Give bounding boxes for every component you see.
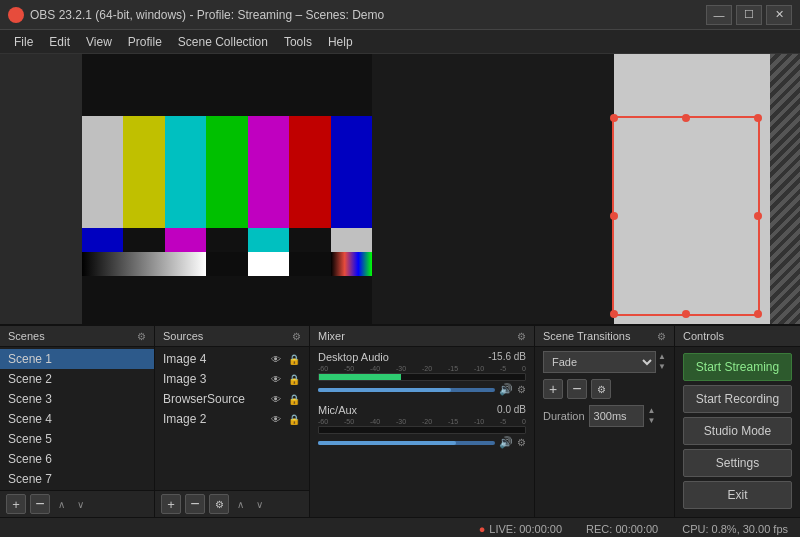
source-item-browser[interactable]: BrowserSource 👁 🔒 xyxy=(155,389,309,409)
mixer-mic-gear-icon[interactable]: ⚙ xyxy=(517,437,526,448)
menu-profile[interactable]: Profile xyxy=(120,33,170,51)
mixer-desktop-volume-fill xyxy=(318,388,451,392)
add-scene-button[interactable]: + xyxy=(6,494,26,514)
start-recording-button[interactable]: Start Recording xyxy=(683,385,792,413)
source-name-browser: BrowserSource xyxy=(163,392,245,406)
menu-edit[interactable]: Edit xyxy=(41,33,78,51)
mixer-mic-volume-fill xyxy=(318,441,456,445)
scene-item-1[interactable]: Scene 1 xyxy=(0,349,154,369)
source-down-button[interactable]: ∨ xyxy=(252,497,267,512)
duration-input[interactable] xyxy=(589,405,644,427)
transition-up-arrow[interactable]: ▲ xyxy=(658,352,666,362)
cb-cyan xyxy=(165,116,206,228)
scene-item-4[interactable]: Scene 4 xyxy=(0,409,154,429)
exit-button[interactable]: Exit xyxy=(683,481,792,509)
handle-tc[interactable] xyxy=(682,114,690,122)
duration-down-arrow[interactable]: ▼ xyxy=(648,416,656,426)
eye-icon-image4[interactable]: 👁 xyxy=(269,352,283,366)
add-transition-button[interactable]: + xyxy=(543,379,563,399)
handle-br[interactable] xyxy=(754,310,762,318)
transition-type-select[interactable]: Fade Cut Swipe xyxy=(543,351,656,373)
handle-bl[interactable] xyxy=(610,310,618,318)
menu-help[interactable]: Help xyxy=(320,33,361,51)
transition-add-remove-row: + − ⚙ xyxy=(543,379,666,399)
lock-icon-image4[interactable]: 🔒 xyxy=(287,352,301,366)
eye-icon-browser[interactable]: 👁 xyxy=(269,392,283,406)
mixer-channel-desktop: Desktop Audio -15.6 dB -60-50-40-30-20-1… xyxy=(318,351,526,396)
source-up-button[interactable]: ∧ xyxy=(233,497,248,512)
cb-bot-black3 xyxy=(289,228,330,252)
settings-button[interactable]: Settings xyxy=(683,449,792,477)
controls-panel: Controls Start Streaming Start Recording… xyxy=(675,326,800,517)
mixer-desktop-mask xyxy=(401,374,525,380)
add-source-button[interactable]: + xyxy=(161,494,181,514)
cb-red xyxy=(289,116,330,228)
source-item-image3[interactable]: Image 3 👁 🔒 xyxy=(155,369,309,389)
colorbar-mid xyxy=(82,228,372,252)
eye-icon-image2[interactable]: 👁 xyxy=(269,412,283,426)
remove-scene-button[interactable]: − xyxy=(30,494,50,514)
eye-icon-image3[interactable]: 👁 xyxy=(269,372,283,386)
scene-down-button[interactable]: ∨ xyxy=(73,497,88,512)
panels: Scenes ⚙ Scene 1 Scene 2 Scene 3 Scene 4… xyxy=(0,324,800,517)
handle-ml[interactable] xyxy=(610,212,618,220)
mixer-channel-mic: Mic/Aux 0.0 dB -60-50-40-30-20-15-10-50 … xyxy=(318,404,526,449)
close-button[interactable]: ✕ xyxy=(766,5,792,25)
scenes-config-icon[interactable]: ⚙ xyxy=(137,331,146,342)
transitions-config-icon[interactable]: ⚙ xyxy=(657,331,666,342)
minimize-button[interactable]: — xyxy=(706,5,732,25)
mixer-config-icon[interactable]: ⚙ xyxy=(517,331,526,342)
transitions-content: Fade Cut Swipe ▲ ▼ + − ⚙ Duration ▲ xyxy=(535,347,674,517)
source-icons-browser: 👁 🔒 xyxy=(269,392,301,406)
duration-up-arrow[interactable]: ▲ xyxy=(648,406,656,416)
remove-transition-button[interactable]: − xyxy=(567,379,587,399)
menu-scene-collection[interactable]: Scene Collection xyxy=(170,33,276,51)
handle-mr[interactable] xyxy=(754,212,762,220)
source-settings-button[interactable]: ⚙ xyxy=(209,494,229,514)
start-streaming-button[interactable]: Start Streaming xyxy=(683,353,792,381)
scene-item-2[interactable]: Scene 2 xyxy=(0,369,154,389)
remove-source-button[interactable]: − xyxy=(185,494,205,514)
scene-item-6[interactable]: Scene 6 xyxy=(0,449,154,469)
source-list: Image 4 👁 🔒 Image 3 👁 🔒 BrowserSource 👁 … xyxy=(155,347,309,490)
source-item-image2[interactable]: Image 2 👁 🔒 xyxy=(155,409,309,429)
mixer-desktop-volume-slider[interactable] xyxy=(318,388,495,392)
source-icons-image3: 👁 🔒 xyxy=(269,372,301,386)
studio-mode-button[interactable]: Studio Mode xyxy=(683,417,792,445)
mixer-mic-slider-row: 🔊 ⚙ xyxy=(318,436,526,449)
sources-config-icon[interactable]: ⚙ xyxy=(292,331,301,342)
scene-item-5[interactable]: Scene 5 xyxy=(0,429,154,449)
mixer-desktop-mute-icon[interactable]: 🔊 xyxy=(499,383,513,396)
transition-arrows: ▲ ▼ xyxy=(658,352,666,371)
menu-view[interactable]: View xyxy=(78,33,120,51)
mixer-mic-label: Mic/Aux xyxy=(318,404,357,416)
cb-gray xyxy=(82,116,123,228)
transition-settings-button[interactable]: ⚙ xyxy=(591,379,611,399)
cb-bot-black xyxy=(123,228,164,252)
mixer-desktop-gear-icon[interactable]: ⚙ xyxy=(517,384,526,395)
lock-icon-browser[interactable]: 🔒 xyxy=(287,392,301,406)
source-item-image4[interactable]: Image 4 👁 🔒 xyxy=(155,349,309,369)
mixer-mic-volume-slider[interactable] xyxy=(318,441,495,445)
handle-tr[interactable] xyxy=(754,114,762,122)
menu-tools[interactable]: Tools xyxy=(276,33,320,51)
scene-item-7[interactable]: Scene 7 xyxy=(0,469,154,489)
maximize-button[interactable]: ☐ xyxy=(736,5,762,25)
menu-file[interactable]: File xyxy=(6,33,41,51)
statusbar: ● LIVE: 00:00:00 REC: 00:00:00 CPU: 0.8%… xyxy=(0,517,800,537)
mixer-mic-mute-icon[interactable]: 🔊 xyxy=(499,436,513,449)
handle-bc[interactable] xyxy=(682,310,690,318)
transition-down-arrow[interactable]: ▼ xyxy=(658,362,666,372)
scenes-title: Scenes xyxy=(8,330,45,342)
controls-content: Start Streaming Start Recording Studio M… xyxy=(675,347,800,517)
rec-status: REC: 00:00:00 xyxy=(586,523,658,535)
mixer-desktop-db: -15.6 dB xyxy=(488,351,526,363)
mixer-desktop-label: Desktop Audio xyxy=(318,351,389,363)
preview-canvas xyxy=(0,54,800,324)
lock-icon-image2[interactable]: 🔒 xyxy=(287,412,301,426)
handle-tl[interactable] xyxy=(610,114,618,122)
lock-icon-image3[interactable]: 🔒 xyxy=(287,372,301,386)
mixer-mic-ticks: -60-50-40-30-20-15-10-50 xyxy=(318,418,526,425)
scene-item-3[interactable]: Scene 3 xyxy=(0,389,154,409)
scene-up-button[interactable]: ∧ xyxy=(54,497,69,512)
